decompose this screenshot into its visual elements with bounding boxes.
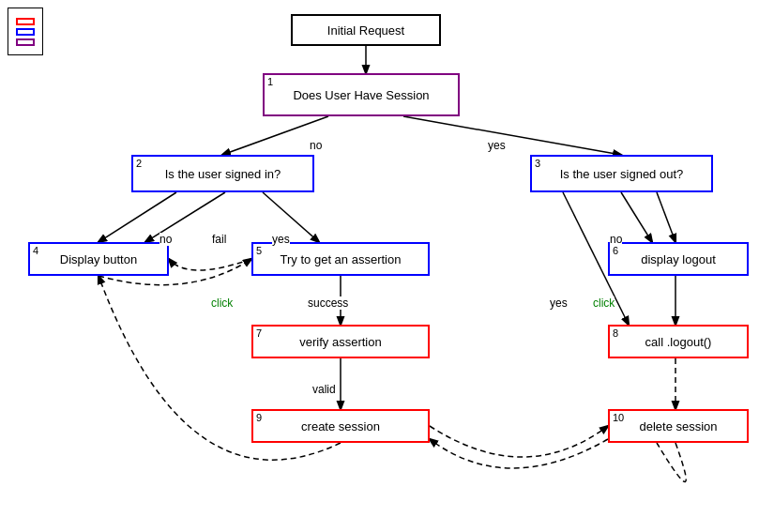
node-n1: 1Does User Have Session <box>263 73 460 116</box>
node-n5-number: 5 <box>256 245 262 256</box>
node-n9: 9create session <box>251 409 430 443</box>
node-n1-number: 1 <box>267 76 273 87</box>
node-initial-label: Initial Request <box>327 23 404 38</box>
node-n7: 7verify assertion <box>251 325 430 358</box>
node-n10-label: delete session <box>639 419 717 433</box>
node-n9-number: 9 <box>256 412 262 423</box>
node-n8-label: call .logout() <box>645 335 712 349</box>
node-n4: 4Display button <box>28 242 169 276</box>
edge-label-5: success <box>308 296 348 310</box>
node-n4-label: Display button <box>60 252 137 266</box>
svg-line-8 <box>657 192 675 242</box>
node-n3-number: 3 <box>535 158 540 169</box>
legend-either <box>16 38 35 46</box>
legend <box>8 8 43 55</box>
node-n4-number: 4 <box>33 245 38 256</box>
edge-label-8: yes <box>550 296 568 310</box>
legend-client <box>16 28 35 36</box>
node-n8-number: 8 <box>613 327 618 339</box>
node-n7-label: verify assertion <box>299 335 381 349</box>
node-n6-number: 6 <box>613 245 618 256</box>
node-n2-label: Is the user signed in? <box>165 167 281 181</box>
edge-label-0: no <box>310 139 322 152</box>
node-n2: 2Is the user signed in? <box>131 155 314 192</box>
edge-label-4: yes <box>272 233 290 246</box>
svg-line-4 <box>263 192 319 242</box>
node-initial: Initial Request <box>291 14 441 46</box>
node-n6-label: display logout <box>641 252 716 266</box>
edge-label-2: no <box>159 233 172 246</box>
node-n10-number: 10 <box>613 412 624 423</box>
legend-server <box>16 18 35 25</box>
node-n1-label: Does User Have Session <box>293 88 429 102</box>
node-n10: 10delete session <box>608 409 749 443</box>
node-n7-number: 7 <box>256 327 262 339</box>
node-n9-label: create session <box>301 419 380 433</box>
node-n2-number: 2 <box>136 158 142 169</box>
node-n5-label: Try to get an assertion <box>281 252 402 266</box>
node-n6: 6display logout <box>608 242 749 276</box>
edge-label-1: yes <box>488 139 506 152</box>
edge-label-3: fail <box>212 233 226 246</box>
node-n3: 3Is the user signed out? <box>530 155 713 192</box>
edge-label-10: click <box>593 296 615 310</box>
svg-line-9 <box>621 192 652 242</box>
node-n3-label: Is the user signed out? <box>560 167 684 181</box>
node-n8: 8call .logout() <box>608 325 749 358</box>
diagram: Initial Request1Does User Have Session2I… <box>0 0 774 532</box>
edge-label-7: no <box>610 233 622 246</box>
edge-label-9: click <box>211 296 233 310</box>
node-n5: 5Try to get an assertion <box>251 242 430 276</box>
edge-label-6: valid <box>312 383 336 396</box>
svg-line-2 <box>403 116 621 155</box>
